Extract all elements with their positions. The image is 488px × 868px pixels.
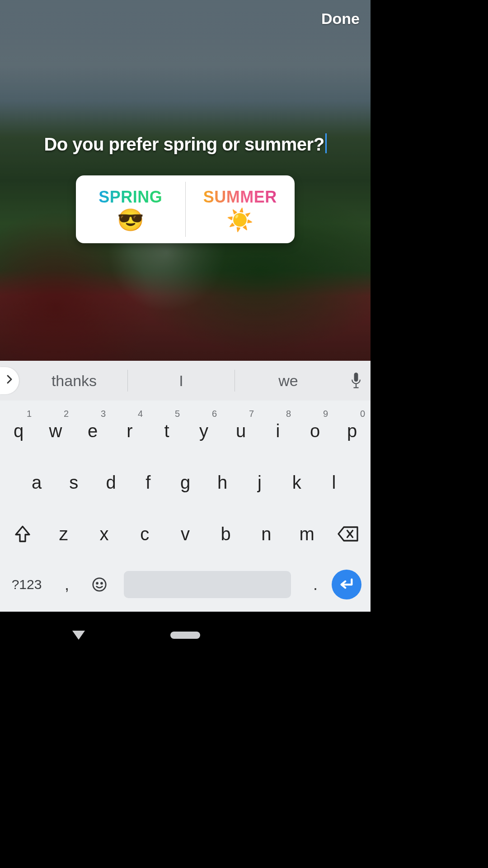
key-n[interactable]: n bbox=[246, 524, 287, 544]
svg-point-4 bbox=[97, 583, 98, 584]
key-letter: j bbox=[258, 472, 262, 493]
key-letter: s bbox=[69, 472, 78, 493]
key-o[interactable]: 9o bbox=[296, 405, 333, 457]
key-letter: c bbox=[140, 524, 149, 544]
key-letter: i bbox=[276, 421, 280, 441]
key-e[interactable]: 3e bbox=[74, 405, 111, 457]
key-letter: x bbox=[100, 524, 109, 544]
suggestion-item[interactable]: thanks bbox=[21, 361, 127, 401]
poll-option-left[interactable]: SPRING 😎 bbox=[76, 175, 185, 243]
key-d[interactable]: d bbox=[92, 457, 129, 508]
key-k[interactable]: k bbox=[278, 457, 315, 508]
key-y[interactable]: 6y bbox=[185, 405, 222, 457]
key-hint: 9 bbox=[323, 409, 328, 419]
poll-option-left-label: SPRING bbox=[99, 188, 162, 207]
key-letter: t bbox=[164, 421, 169, 441]
key-hint: 0 bbox=[360, 409, 365, 419]
comma-key[interactable]: , bbox=[51, 575, 83, 594]
key-j[interactable]: j bbox=[241, 457, 278, 508]
keyboard-suggestion-bar: thanks I we bbox=[0, 361, 371, 401]
key-letter: r bbox=[127, 421, 132, 441]
key-letter: b bbox=[221, 524, 231, 544]
key-letter: m bbox=[300, 524, 314, 544]
key-letter: u bbox=[236, 421, 246, 441]
key-a[interactable]: a bbox=[18, 457, 55, 508]
smiley-icon bbox=[92, 577, 107, 592]
key-hint: 3 bbox=[101, 409, 106, 419]
key-x[interactable]: x bbox=[84, 524, 125, 544]
key-w[interactable]: 2w bbox=[37, 405, 74, 457]
key-g[interactable]: g bbox=[167, 457, 204, 508]
poll-option-right[interactable]: SUMMER ☀️ bbox=[186, 175, 295, 243]
suggestion-item[interactable]: we bbox=[235, 361, 342, 401]
key-letter: z bbox=[59, 524, 68, 544]
period-key[interactable]: . bbox=[299, 575, 332, 594]
emoji-key[interactable] bbox=[83, 577, 116, 592]
story-canvas[interactable]: Done Do you prefer spring or summer? SPR… bbox=[0, 0, 371, 361]
key-letter: d bbox=[106, 472, 116, 493]
key-hint: 6 bbox=[212, 409, 217, 419]
svg-point-3 bbox=[93, 578, 106, 591]
key-letter: w bbox=[49, 421, 62, 441]
android-nav-bar bbox=[0, 612, 371, 658]
key-t[interactable]: 5t bbox=[148, 405, 185, 457]
key-b[interactable]: b bbox=[206, 524, 246, 544]
text-cursor bbox=[325, 133, 327, 153]
key-letter: q bbox=[14, 421, 23, 441]
key-letter: y bbox=[199, 421, 208, 441]
key-s[interactable]: s bbox=[55, 457, 92, 508]
poll-question-text: Do you prefer spring or summer? bbox=[44, 134, 324, 155]
on-screen-keyboard: 1q2w3e4r5t6y7u8i9o0p asdfghjkl zxcvbnm ?… bbox=[0, 401, 371, 612]
key-letter: p bbox=[347, 421, 357, 441]
key-v[interactable]: v bbox=[165, 524, 206, 544]
key-q[interactable]: 1q bbox=[0, 405, 37, 457]
key-hint: 4 bbox=[138, 409, 143, 419]
key-letter: l bbox=[332, 472, 336, 493]
key-letter: h bbox=[217, 472, 227, 493]
key-z[interactable]: z bbox=[43, 524, 84, 544]
backspace-icon bbox=[337, 526, 359, 542]
voice-input-button[interactable] bbox=[342, 372, 371, 390]
suggestion-item[interactable]: I bbox=[128, 361, 235, 401]
svg-rect-0 bbox=[354, 373, 358, 382]
key-m[interactable]: m bbox=[286, 524, 327, 544]
key-letter: v bbox=[181, 524, 190, 544]
done-button[interactable]: Done bbox=[321, 10, 360, 28]
key-hint: 5 bbox=[175, 409, 180, 419]
space-key[interactable] bbox=[124, 571, 291, 598]
enter-icon bbox=[339, 578, 354, 591]
key-letter: o bbox=[310, 421, 320, 441]
key-u[interactable]: 7u bbox=[222, 405, 259, 457]
symbols-key[interactable]: ?123 bbox=[3, 577, 51, 592]
key-letter: n bbox=[261, 524, 271, 544]
key-letter: a bbox=[32, 472, 42, 493]
nav-back-button[interactable] bbox=[72, 631, 85, 640]
shift-key[interactable] bbox=[2, 525, 43, 543]
poll-sticker[interactable]: SPRING 😎 SUMMER ☀️ bbox=[76, 175, 295, 243]
key-c[interactable]: c bbox=[124, 524, 165, 544]
key-hint: 8 bbox=[286, 409, 291, 419]
nav-home-pill[interactable] bbox=[170, 632, 200, 639]
key-hint: 7 bbox=[249, 409, 254, 419]
key-letter: k bbox=[292, 472, 301, 493]
key-p[interactable]: 0p bbox=[333, 405, 371, 457]
key-hint: 2 bbox=[64, 409, 69, 419]
expand-suggestions-button[interactable] bbox=[0, 367, 19, 394]
key-i[interactable]: 8i bbox=[259, 405, 296, 457]
poll-option-right-label: SUMMER bbox=[203, 188, 277, 207]
chevron-right-icon bbox=[6, 374, 13, 387]
backspace-key[interactable] bbox=[327, 526, 369, 542]
key-letter: e bbox=[88, 421, 98, 441]
sunglasses-emoji-icon: 😎 bbox=[117, 209, 144, 231]
enter-key[interactable] bbox=[332, 570, 361, 599]
key-hint: 1 bbox=[27, 409, 32, 419]
key-l[interactable]: l bbox=[315, 457, 352, 508]
key-letter: g bbox=[180, 472, 190, 493]
sun-emoji-icon: ☀️ bbox=[226, 209, 253, 231]
key-f[interactable]: f bbox=[130, 457, 167, 508]
key-letter: f bbox=[145, 472, 150, 493]
microphone-icon bbox=[350, 372, 362, 390]
poll-question-input[interactable]: Do you prefer spring or summer? bbox=[0, 133, 371, 155]
key-h[interactable]: h bbox=[204, 457, 241, 508]
key-r[interactable]: 4r bbox=[111, 405, 148, 457]
